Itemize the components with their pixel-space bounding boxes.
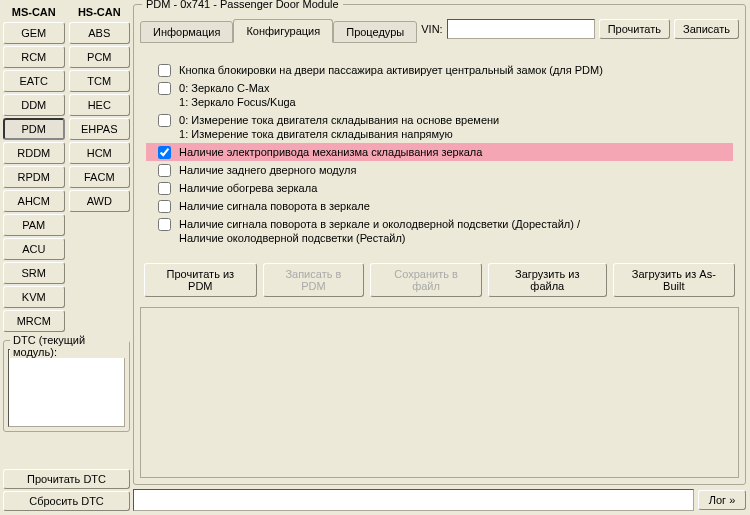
module-button-eatc[interactable]: EATC: [3, 70, 65, 92]
config-checkbox-7[interactable]: [158, 218, 171, 231]
clear-dtc-button[interactable]: Сбросить DTC: [3, 491, 130, 511]
config-checkbox-0[interactable]: [158, 64, 171, 77]
config-checkbox-2[interactable]: [158, 114, 171, 127]
config-row: Наличие электропривода механизма складыв…: [146, 143, 733, 161]
config-label: Наличие сигнала поворота в зеркале: [179, 199, 370, 213]
save-to-file-button[interactable]: Сохранить в файл: [370, 263, 482, 297]
config-row: 0: Зеркало C-Max 1: Зеркало Focus/Kuga: [146, 79, 733, 111]
module-title: PDM - 0x741 - Passenger Door Module: [142, 0, 343, 10]
vin-label: VIN:: [421, 23, 442, 35]
ms-can-header: MS-CAN: [3, 4, 65, 22]
config-row: 0: Измерение тока двигателя складывания …: [146, 111, 733, 143]
module-button-kvm[interactable]: KVM: [3, 286, 65, 308]
module-button-pcm[interactable]: PCM: [69, 46, 131, 68]
tab-information[interactable]: Информация: [140, 21, 233, 43]
tab-configuration[interactable]: Конфигурация: [233, 19, 333, 43]
empty-panel: [140, 307, 739, 478]
module-button-ddm[interactable]: DDM: [3, 94, 65, 116]
module-button-srm[interactable]: SRM: [3, 262, 65, 284]
module-button-rcm[interactable]: RCM: [3, 46, 65, 68]
load-from-file-button[interactable]: Загрузить из файла: [488, 263, 607, 297]
module-button-gem[interactable]: GEM: [3, 22, 65, 44]
config-label: Кнопка блокировки на двери пассажира акт…: [179, 63, 603, 77]
config-label: Наличие заднего дверного модуля: [179, 163, 356, 177]
read-from-pdm-button[interactable]: Прочитать из PDM: [144, 263, 257, 297]
config-checkbox-3[interactable]: [158, 146, 171, 159]
module-button-pdm[interactable]: PDM: [3, 118, 65, 140]
config-row: Наличие сигнала поворота в зеркале: [146, 197, 733, 215]
config-row: Наличие сигнала поворота в зеркале и око…: [146, 215, 733, 247]
config-label: Наличие электропривода механизма складыв…: [179, 145, 482, 159]
write-button[interactable]: Записать: [674, 19, 739, 39]
config-checkbox-1[interactable]: [158, 82, 171, 95]
hs-can-header: HS-CAN: [69, 4, 131, 22]
module-button-rddm[interactable]: RDDM: [3, 142, 65, 164]
write-to-pdm-button[interactable]: Записать в PDM: [263, 263, 364, 297]
dtc-group-label: DTC (текущий модуль):: [10, 334, 129, 358]
read-dtc-button[interactable]: Прочитать DTC: [3, 469, 130, 489]
log-output: [133, 489, 694, 511]
tab-procedures[interactable]: Процедуры: [333, 21, 417, 43]
config-label: 0: Зеркало C-Max 1: Зеркало Focus/Kuga: [179, 81, 296, 109]
module-button-abs[interactable]: ABS: [69, 22, 131, 44]
load-from-asbuilt-button[interactable]: Загрузить из As-Built: [613, 263, 735, 297]
module-button-facm[interactable]: FACM: [69, 166, 131, 188]
read-button[interactable]: Прочитать: [599, 19, 670, 39]
config-label: Наличие сигнала поворота в зеркале и око…: [179, 217, 580, 245]
dtc-group: DTC (текущий модуль):: [3, 340, 130, 432]
log-toggle-button[interactable]: Лог »: [698, 490, 746, 510]
module-button-acu[interactable]: ACU: [3, 238, 65, 260]
config-row: Кнопка блокировки на двери пассажира акт…: [146, 61, 733, 79]
dtc-listbox[interactable]: [8, 349, 125, 427]
module-button-rpdm[interactable]: RPDM: [3, 166, 65, 188]
module-button-hcm[interactable]: HCM: [69, 142, 131, 164]
config-checkbox-6[interactable]: [158, 200, 171, 213]
config-checkbox-5[interactable]: [158, 182, 171, 195]
config-label: 0: Измерение тока двигателя складывания …: [179, 113, 499, 141]
config-label: Наличие обогрева зеркала: [179, 181, 317, 195]
module-button-tcm[interactable]: TCM: [69, 70, 131, 92]
module-button-hec[interactable]: HEC: [69, 94, 131, 116]
config-checkbox-4[interactable]: [158, 164, 171, 177]
vin-input[interactable]: [447, 19, 595, 39]
module-button-pam[interactable]: PAM: [3, 214, 65, 236]
module-button-mrcm[interactable]: MRCM: [3, 310, 65, 332]
config-row: Наличие обогрева зеркала: [146, 179, 733, 197]
module-button-awd[interactable]: AWD: [69, 190, 131, 212]
module-button-ahcm[interactable]: AHCM: [3, 190, 65, 212]
module-button-ehpas[interactable]: EHPAS: [69, 118, 131, 140]
config-row: Наличие заднего дверного модуля: [146, 161, 733, 179]
